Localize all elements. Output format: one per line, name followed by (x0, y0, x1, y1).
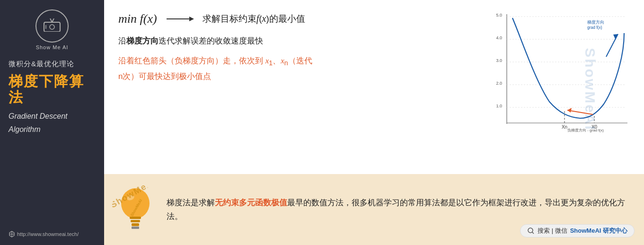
svg-line-41 (532, 232, 534, 234)
search-prefix: 搜索 | 微信 (538, 227, 567, 235)
svg-text:3.0: 3.0 (496, 58, 502, 63)
banner-text: 梯度法是求解无约束多元函数极值最早的数值方法，很多机器学习的常用算法都是以它作为… (167, 196, 631, 223)
math-formula-line: min f(x) 求解目标约束f(x)的最小值 (118, 12, 478, 26)
svg-marker-9 (189, 17, 194, 21)
logo-area: Show Me AI (9, 9, 96, 50)
search-icon (527, 227, 535, 235)
red-description: 沿着红色箭头（负梯度方向）走，依次到 x1、xn（迭代 n次）可最快达到极小值点 (118, 54, 345, 84)
svg-text:2.0: 2.0 (496, 81, 502, 86)
bulb-icon-container: ShowMeAI ShowMeAI (112, 184, 159, 236)
svg-point-3 (50, 25, 54, 29)
logo-circle (35, 9, 69, 43)
logo-icon (43, 18, 61, 34)
gradient-descent-chart: 5.0 4.0 3.0 2.0 1.0 Xn X0 (493, 9, 635, 132)
svg-text:Xn: Xn (562, 124, 567, 130)
banner-text-1: 梯度法是求解 (167, 198, 215, 207)
text-section: min f(x) 求解目标约束f(x)的最小值 沿梯度方向迭代求解误差的收敛速度… (118, 9, 478, 169)
logo-text: Show Me AI (36, 44, 69, 50)
svg-text:4.0: 4.0 (496, 35, 502, 40)
svg-marker-29 (613, 34, 618, 40)
website-icon (9, 231, 15, 237)
website-link[interactable]: http://www.showmeai.tech/ (9, 231, 79, 237)
math-description: 求解目标约束f(x)的最小值 (203, 13, 305, 25)
sidebar-en-title-1: Gradient Descent (9, 111, 68, 122)
top-area: min f(x) 求解目标约束f(x)的最小值 沿梯度方向迭代求解误差的收敛速度… (104, 0, 644, 174)
sidebar-subtitle: 微积分&最优化理论 (9, 59, 74, 70)
math-expression: min f(x) (118, 12, 157, 26)
gradient-bold: 梯度方向 (126, 36, 159, 45)
svg-line-1 (50, 18, 52, 22)
svg-text:1.0: 1.0 (496, 104, 502, 108)
sidebar-main-title: 梯度下降算法 (9, 73, 96, 106)
svg-text:梯度方向: 梯度方向 (587, 20, 604, 25)
svg-text:grad f(x): grad f(x) (587, 25, 602, 30)
website-text: http://www.showmeai.tech/ (17, 231, 79, 237)
sidebar: Show Me AI 微积分&最优化理论 梯度下降算法 Gradient Des… (0, 0, 104, 245)
svg-rect-0 (44, 22, 60, 32)
gradient-description: 沿梯度方向迭代求解误差的收敛速度最快 (118, 35, 478, 47)
content-area: min f(x) 求解目标约束f(x)的最小值 沿梯度方向迭代求解误差的收敛速度… (104, 0, 644, 245)
svg-marker-27 (567, 108, 572, 113)
sidebar-en-title-2: Algorithm (9, 124, 41, 135)
bottom-banner: ShowMeAI ShowMeAI 梯度法是求解无约束多元函数极值最早的数值方法… (104, 174, 644, 245)
svg-line-26 (567, 110, 593, 114)
svg-text:负梯度方向 - grad f(x): 负梯度方向 - grad f(x) (567, 128, 604, 132)
arrow-right (166, 14, 194, 24)
svg-line-2 (52, 18, 54, 22)
search-badge: 搜索 | 微信 ShowMeAI 研究中心 (520, 224, 635, 237)
banner-highlight: 无约束多元函数极值 (215, 198, 287, 207)
chart-section: ShowMeAI 5.0 4.0 3.0 2.0 1.0 (483, 9, 635, 169)
svg-text:5.0: 5.0 (496, 13, 502, 18)
search-brand: ShowMeAI 研究中心 (570, 227, 627, 235)
